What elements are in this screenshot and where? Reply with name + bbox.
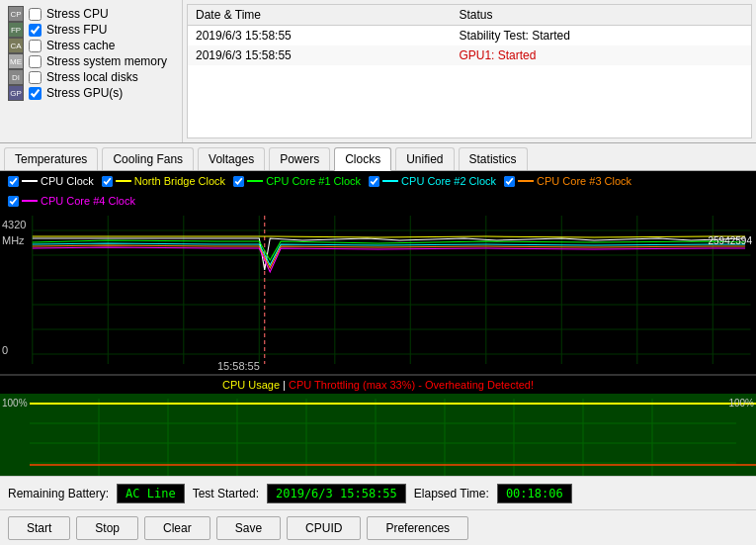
log-table: Date & Time Status 2019/6/3 15:58:55Stab… — [188, 5, 751, 65]
legend-color-line — [518, 180, 534, 182]
tab-temperatures[interactable]: Temperatures — [4, 147, 98, 170]
y-min-label: 0 — [2, 344, 8, 356]
tab-powers[interactable]: Powers — [269, 147, 330, 170]
log-date: 2019/6/3 15:58:55 — [188, 26, 451, 46]
checkbox-cb-cache[interactable] — [29, 40, 42, 52]
cpu-usage-legend: CPU Usage | CPU Throttling (max 33%) - O… — [0, 376, 756, 394]
battery-label: Remaining Battery: — [8, 487, 109, 500]
legend-cb-cpu-core-#3-clock[interactable] — [504, 176, 515, 187]
legend-label: CPU Core #2 Clock — [401, 175, 496, 187]
cpuid-button[interactable]: CPUID — [287, 516, 361, 540]
cpu-usage-chart: CPU Usage | CPU Throttling (max 33%) - O… — [0, 376, 756, 476]
log-date: 2019/6/3 15:58:55 — [188, 45, 451, 65]
col-status: Status — [451, 5, 751, 26]
elapsed-value: 00:18:06 — [497, 484, 572, 503]
legend-cb-cpu-core-#4-clock[interactable] — [8, 196, 19, 207]
checkbox-cb-fpu[interactable] — [29, 24, 42, 37]
clear-button[interactable]: Clear — [144, 516, 210, 540]
legend-color-line — [247, 180, 263, 182]
legend-item-north-bridge-clock: North Bridge Clock — [102, 175, 225, 187]
tab-statistics[interactable]: Statistics — [459, 147, 528, 170]
start-button[interactable]: Start — [8, 516, 70, 540]
legend-cb-cpu-core-#1-clock[interactable] — [233, 176, 244, 187]
main-container: CPStress CPUFPStress FPUCAStress cacheME… — [0, 0, 756, 545]
legend-color-line — [382, 180, 398, 182]
y-max-label: 4320 — [2, 219, 26, 230]
legend-label: CPU Core #1 Clock — [266, 175, 361, 187]
legend-cb-cpu-clock[interactable] — [8, 176, 19, 187]
stop-button[interactable]: Stop — [76, 516, 138, 540]
x-time-label: 15:58:55 — [217, 360, 260, 372]
tab-clocks[interactable]: Clocks — [334, 147, 391, 171]
tab-voltages[interactable]: Voltages — [198, 147, 265, 170]
preferences-button[interactable]: Preferences — [367, 516, 468, 540]
log-row: 2019/6/3 15:58:55GPU1: Started — [188, 45, 751, 65]
checkbox-label-cb-mem: Stress system memory — [46, 54, 167, 68]
legend-color-line — [22, 200, 38, 202]
checkbox-label-cb-cache: Stress cache — [46, 39, 115, 52]
test-started-label: Test Started: — [193, 487, 259, 500]
checkbox-cb-cpu[interactable] — [29, 8, 42, 21]
checkbox-item-cb-cpu: CPStress CPU — [8, 6, 174, 22]
tab-unified[interactable]: Unified — [395, 147, 454, 170]
legend-label: CPU Core #3 Clock — [537, 175, 631, 187]
legend-label: North Bridge Clock — [134, 175, 225, 187]
checkbox-cb-mem[interactable] — [29, 55, 42, 68]
y-unit-label: MHz — [2, 234, 25, 246]
legend-item-cpu-core-#3-clock: CPU Core #3 Clock — [504, 175, 631, 187]
icon-gpu: GP — [8, 85, 24, 101]
icon-mem: ME — [8, 53, 24, 69]
checkbox-item-cb-cache: CAStress cache — [8, 38, 174, 53]
icon-disk: DI — [8, 69, 24, 85]
log-row: 2019/6/3 15:58:55Stability Test: Started — [188, 26, 751, 46]
cpu-chart-svg — [0, 394, 756, 476]
chart-grid-svg — [0, 211, 756, 374]
icon-fpu: FP — [8, 22, 24, 38]
tab-bar: TemperaturesCooling FansVoltagesPowersCl… — [0, 143, 756, 171]
log-status: Stability Test: Started — [451, 26, 751, 46]
legend-label: CPU Clock — [41, 175, 94, 187]
log-panel: Date & Time Status 2019/6/3 15:58:55Stab… — [187, 4, 752, 138]
chart-canvas: 4320 MHz 0 15:58:55 25942594 — [0, 211, 756, 374]
svg-rect-0 — [0, 211, 756, 374]
chart-right-value: 25942594 — [709, 235, 753, 246]
test-started-value: 2019/6/3 15:58:55 — [267, 484, 406, 503]
clock-chart: CPU ClockNorth Bridge ClockCPU Core #1 C… — [0, 171, 756, 376]
button-bar: StartStopClearSaveCPUIDPreferences — [0, 509, 756, 545]
battery-value: AC Line — [117, 484, 185, 503]
checkbox-label-cb-fpu: Stress FPU — [46, 23, 107, 37]
checkbox-label-cb-disk: Stress local disks — [46, 70, 138, 84]
elapsed-label: Elapsed Time: — [414, 487, 489, 500]
checkbox-cb-gpu[interactable] — [29, 87, 42, 100]
legend-color-line — [22, 180, 38, 182]
icon-cache: CA — [8, 38, 24, 53]
legend-item-cpu-core-#1-clock: CPU Core #1 Clock — [233, 175, 361, 187]
legend-item-cpu-clock: CPU Clock — [8, 175, 94, 187]
cpu-y-max-right: 100% — [728, 398, 754, 409]
checkbox-label-cb-gpu: Stress GPU(s) — [46, 86, 123, 100]
icon-cpu: CP — [8, 6, 24, 22]
top-section: CPStress CPUFPStress FPUCAStress cacheME… — [0, 0, 756, 143]
legend-color-line — [116, 180, 131, 182]
legend-cb-north-bridge-clock[interactable] — [102, 176, 113, 187]
checkbox-item-cb-disk: DIStress local disks — [8, 69, 174, 85]
checkbox-cb-disk[interactable] — [29, 71, 42, 84]
save-button[interactable]: Save — [216, 516, 281, 540]
legend-cb-cpu-core-#2-clock[interactable] — [369, 176, 379, 187]
tab-cooling-fans[interactable]: Cooling Fans — [102, 147, 194, 170]
checkbox-item-cb-fpu: FPStress FPU — [8, 22, 174, 38]
chart-legend: CPU ClockNorth Bridge ClockCPU Core #1 C… — [0, 171, 756, 211]
col-datetime: Date & Time — [188, 5, 451, 26]
cpu-y-max-left: 100% — [2, 398, 28, 409]
legend-item-cpu-core-#4-clock: CPU Core #4 Clock — [8, 195, 135, 207]
legend-label: CPU Core #4 Clock — [41, 195, 135, 207]
checkbox-item-cb-mem: MEStress system memory — [8, 53, 174, 69]
checkbox-item-cb-gpu: GPStress GPU(s) — [8, 85, 174, 101]
cpu-chart-canvas: 100% 0% 100% 0% — [0, 394, 756, 476]
svg-rect-18 — [0, 394, 756, 476]
log-status: GPU1: Started — [451, 45, 751, 65]
cpu-throttle-title: CPU Throttling (max 33%) - Overheating D… — [289, 379, 534, 391]
charts-area: CPU ClockNorth Bridge ClockCPU Core #1 C… — [0, 171, 756, 476]
legend-item-cpu-core-#2-clock: CPU Core #2 Clock — [369, 175, 496, 187]
status-bar: Remaining Battery: AC Line Test Started:… — [0, 476, 756, 509]
